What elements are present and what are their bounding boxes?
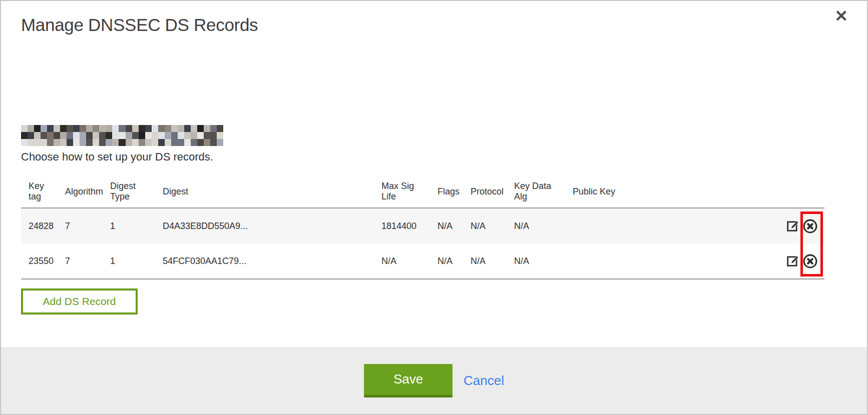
ds-records-table: Key tag Algorithm Digest Type Digest Max… [21, 176, 824, 280]
column-header-key-tag: Key tag [21, 176, 58, 208]
circle-x-icon [802, 218, 818, 234]
cell-flags: N/A [430, 244, 463, 279]
cell-digest-type: 1 [103, 208, 155, 244]
ds-records-table-wrap: Key tag Algorithm Digest Type Digest Max… [21, 176, 824, 280]
cell-actions [774, 208, 824, 244]
column-header-max-sig-life: Max Sig Life [374, 176, 430, 208]
cell-digest-type: 1 [103, 244, 155, 279]
table-header-row: Key tag Algorithm Digest Type Digest Max… [21, 176, 824, 208]
delete-record-button[interactable] [802, 254, 818, 269]
column-header-algorithm: Algorithm [58, 176, 103, 208]
column-header-public-key: Public Key [565, 176, 774, 208]
cell-digest: D4A33E8DD550A9... [155, 208, 374, 244]
cell-protocol: N/A [463, 244, 507, 279]
cell-algorithm: 7 [58, 208, 103, 244]
cell-public-key [565, 244, 774, 279]
close-icon[interactable]: ✕ [834, 8, 848, 24]
circle-x-icon [802, 254, 818, 269]
cancel-link[interactable]: Cancel [464, 373, 504, 388]
manage-dnssec-dialog: ✕ Manage DNSSEC DS Records Choose how to… [0, 0, 868, 415]
cell-key-data-alg: N/A [507, 244, 565, 279]
column-header-digest: Digest [155, 176, 374, 208]
cell-algorithm: 7 [58, 244, 103, 279]
cell-key-tag: 24828 [21, 208, 58, 244]
edit-record-button[interactable] [785, 219, 799, 233]
table-row: 23550 7 1 54FCF030AA1C79... N/A N/A N/A … [21, 244, 824, 279]
save-button[interactable]: Save [364, 364, 453, 398]
table-row: 24828 7 1 D4A33E8DD550A9... 1814400 N/A … [21, 208, 824, 244]
cell-key-tag: 23550 [21, 244, 58, 279]
dialog-title: Manage DNSSEC DS Records [21, 14, 867, 36]
cell-key-data-alg: N/A [507, 208, 565, 244]
cell-protocol: N/A [463, 208, 507, 244]
column-header-actions [774, 176, 824, 208]
edit-record-button[interactable] [785, 254, 799, 268]
cell-public-key [565, 208, 774, 244]
edit-icon [785, 219, 799, 233]
column-header-protocol: Protocol [463, 176, 507, 208]
add-ds-record-button[interactable]: Add DS Record [21, 288, 138, 314]
cell-flags: N/A [430, 208, 463, 244]
column-header-digest-type: Digest Type [103, 176, 155, 208]
cell-max-sig-life: N/A [374, 244, 430, 279]
delete-record-button[interactable] [802, 218, 818, 234]
redacted-domain [21, 125, 223, 146]
instruction-text: Choose how to set up your DS records. [21, 150, 867, 164]
column-header-key-data-alg: Key Data Alg [507, 176, 565, 208]
cell-actions [774, 244, 824, 279]
column-header-flags: Flags [430, 176, 463, 208]
cell-digest: 54FCF030AA1C79... [155, 244, 374, 279]
cell-max-sig-life: 1814400 [374, 208, 430, 244]
dialog-footer: Save Cancel [1, 347, 867, 414]
edit-icon [785, 254, 799, 268]
